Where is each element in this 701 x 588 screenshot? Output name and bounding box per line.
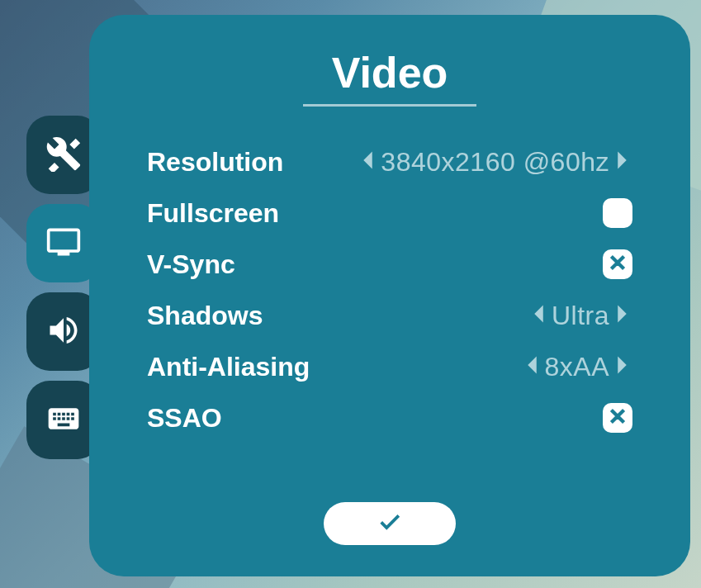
check-x-icon: [607, 252, 628, 277]
shadows-prev[interactable]: [528, 302, 543, 329]
shadows-value: Ultra: [552, 301, 609, 331]
tools-icon: [45, 135, 82, 175]
ssao-checkbox[interactable]: [603, 403, 632, 433]
ssao-label: SSAO: [147, 403, 222, 434]
settings-list: Resolution 3840x2160 @60hz Fullscreen V-…: [147, 143, 632, 437]
chevron-left-icon: [522, 353, 537, 380]
video-settings-panel: Video Resolution 3840x2160 @60hz Fullscr…: [89, 15, 690, 576]
resolution-prev[interactable]: [358, 149, 372, 175]
setting-row-resolution: Resolution 3840x2160 @60hz: [147, 143, 632, 181]
keyboard-icon: [45, 401, 82, 440]
antialiasing-label: Anti-Aliasing: [147, 352, 310, 382]
chevron-left-icon: [528, 302, 543, 329]
setting-row-vsync: V-Sync: [147, 245, 632, 283]
setting-row-antialiasing: Anti-Aliasing 8xAA: [147, 348, 632, 386]
shadows-next[interactable]: [618, 302, 632, 329]
resolution-value: 3840x2160 @60hz: [381, 147, 609, 178]
chevron-right-icon: [618, 353, 632, 380]
fullscreen-checkbox[interactable]: [603, 198, 632, 228]
antialiasing-prev[interactable]: [522, 353, 537, 380]
resolution-label: Resolution: [147, 147, 283, 178]
chevron-left-icon: [358, 149, 372, 175]
title-divider: [303, 104, 476, 107]
panel-title: Video: [332, 48, 448, 97]
setting-row-ssao: SSAO: [147, 399, 632, 437]
confirm-button[interactable]: [324, 502, 456, 545]
shadows-label: Shadows: [147, 301, 263, 331]
resolution-next[interactable]: [618, 149, 632, 175]
antialiasing-next[interactable]: [618, 353, 632, 380]
setting-row-shadows: Shadows Ultra: [147, 296, 632, 334]
vsync-label: V-Sync: [147, 249, 235, 280]
speaker-icon: [45, 312, 82, 352]
check-icon: [377, 510, 402, 538]
antialiasing-value: 8xAA: [545, 352, 609, 382]
setting-row-fullscreen: Fullscreen: [147, 194, 632, 232]
vsync-checkbox[interactable]: [603, 249, 632, 279]
monitor-icon: [45, 224, 82, 263]
check-x-icon: [607, 405, 628, 430]
chevron-right-icon: [618, 302, 632, 329]
fullscreen-label: Fullscreen: [147, 198, 279, 229]
chevron-right-icon: [618, 149, 632, 175]
